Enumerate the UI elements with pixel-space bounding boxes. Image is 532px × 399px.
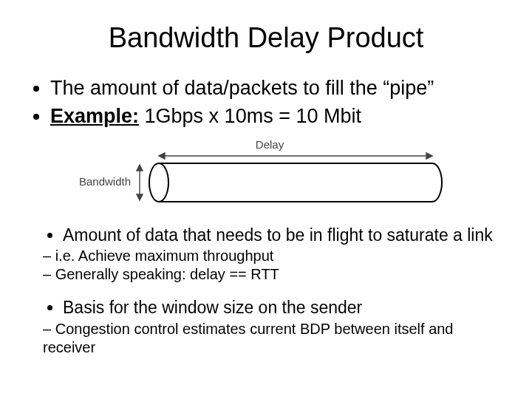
pipe-cylinder: [149, 163, 442, 202]
pipe-figure: Delay Bandwidth: [22, 140, 510, 210]
bullet-definition: The amount of data/packets to fill the “…: [50, 76, 510, 101]
bullet-saturate: Amount of data that needs to be in fligh…: [63, 225, 510, 246]
example-label: Example:: [50, 105, 139, 127]
svg-marker-1: [159, 153, 165, 159]
delay-label: Delay: [256, 140, 284, 151]
window-sub-list: Congestion control estimates current BDP…: [22, 320, 510, 357]
top-bullet-list: The amount of data/packets to fill the “…: [22, 76, 510, 129]
saturate-sub-list: i.e. Achieve maximum throughput Generall…: [22, 247, 510, 284]
bandwidth-label: Bandwidth: [79, 175, 131, 188]
slide-title: Bandwidth Delay Product: [22, 22, 510, 54]
pipe-diagram-svg: Delay Bandwidth: [78, 140, 454, 210]
svg-marker-4: [137, 165, 143, 171]
bullet-window-size: Basis for the window size on the sender: [63, 297, 510, 318]
delay-arrow: [159, 153, 432, 159]
bottom-bullet-list-2: Basis for the window size on the sender: [22, 297, 510, 318]
example-value: 1Gbps x 10ms = 10 Mbit: [139, 105, 361, 127]
svg-marker-5: [137, 194, 143, 200]
sub-throughput: i.e. Achieve maximum throughput: [43, 247, 510, 265]
bandwidth-arrow: [137, 165, 143, 200]
bullet-example: Example: 1Gbps x 10ms = 10 Mbit: [50, 104, 510, 129]
sub-delay-rtt: Generally speaking: delay == RTT: [43, 265, 510, 284]
slide: Bandwidth Delay Product The amount of da…: [0, 0, 532, 399]
svg-marker-2: [426, 153, 432, 159]
svg-point-6: [149, 163, 168, 202]
sub-congestion-control: Congestion control estimates current BDP…: [43, 320, 510, 357]
bottom-bullet-list: Amount of data that needs to be in fligh…: [22, 225, 510, 246]
